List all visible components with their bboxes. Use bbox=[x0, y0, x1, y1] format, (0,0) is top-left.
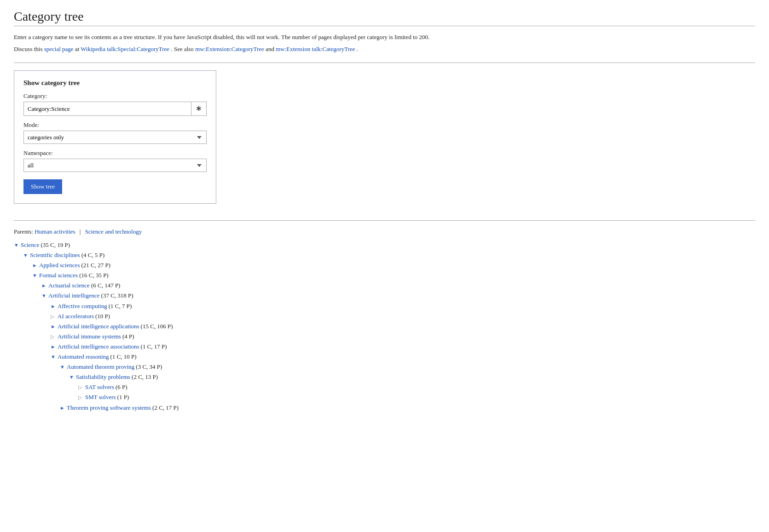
tree-count: (6 P) bbox=[116, 382, 127, 392]
tree-toggle-icon[interactable]: ▷ bbox=[51, 332, 56, 341]
tree-toggle-icon[interactable]: ► bbox=[41, 281, 47, 290]
tree-item: ► Applied sciences (21 C, 27 P) bbox=[32, 260, 755, 270]
page-title: Category tree bbox=[14, 9, 755, 26]
tree-toggle-icon[interactable]: ▷ bbox=[78, 383, 84, 392]
tree-count: (2 C, 13 P) bbox=[132, 372, 158, 382]
tree-item: ▷ Artificial immune systems (4 P) bbox=[51, 332, 755, 342]
tree-count: (1 C, 7 P) bbox=[109, 301, 132, 311]
tree-toggle-icon[interactable]: ▼ bbox=[14, 241, 19, 250]
tree-toggle-icon[interactable]: ▼ bbox=[23, 251, 29, 260]
tree-toggle-icon[interactable]: ▷ bbox=[51, 312, 56, 321]
tree-category-link[interactable]: Satisfiability problems bbox=[76, 372, 130, 382]
tree-count: (1 P) bbox=[117, 392, 129, 402]
tree-item: ► Actuarial science (6 C, 147 P) bbox=[41, 280, 755, 291]
tree-category-link[interactable]: SMT solvers bbox=[85, 392, 116, 402]
divider-bottom bbox=[14, 220, 755, 221]
tree-count: (10 P) bbox=[95, 311, 110, 321]
mw-ext-link[interactable]: mw:Extension:CategoryTree bbox=[195, 46, 264, 52]
tree-category-link[interactable]: Artificial intelligence applications bbox=[58, 321, 139, 332]
tree-category-link[interactable]: Automated reasoning bbox=[58, 352, 109, 362]
tree-item: ► Theorem proving software systems (2 C,… bbox=[60, 403, 755, 413]
special-page-link[interactable]: special page bbox=[44, 46, 74, 52]
tree-item: ► Artificial intelligence applications (… bbox=[51, 321, 755, 332]
intro-line1: Enter a category name to see its content… bbox=[14, 33, 755, 42]
tree-count: (6 C, 147 P) bbox=[91, 280, 121, 291]
tree-item: ▼ Automated theorem proving (3 C, 34 P) bbox=[60, 362, 755, 372]
form-title: Show category tree bbox=[23, 79, 207, 87]
namespace-select[interactable]: allMainTalkUser bbox=[23, 159, 207, 172]
tree-count: (37 C, 318 P) bbox=[101, 291, 133, 301]
tree-toggle-icon[interactable]: ▼ bbox=[41, 292, 47, 300]
tree-count: (21 C, 27 P) bbox=[81, 260, 110, 270]
wp-talk-link[interactable]: Wikipedia talk:Special:CategoryTree bbox=[81, 46, 169, 52]
parent-link-human-activities[interactable]: Human activities bbox=[35, 228, 75, 235]
tree-item: ▼ Artificial intelligence (37 C, 318 P) bbox=[41, 291, 755, 301]
tree-category-link[interactable]: Affective computing bbox=[58, 301, 107, 311]
tree-toggle-icon[interactable]: ► bbox=[32, 261, 38, 270]
category-label: Category: bbox=[23, 92, 207, 100]
tree-category-link[interactable]: Scientific disciplines bbox=[30, 250, 80, 260]
mode-label: Mode: bbox=[23, 121, 207, 129]
tree-item: ▷ AI accelerators (10 P) bbox=[51, 311, 755, 321]
tree-item: ▷ SAT solvers (6 P) bbox=[78, 382, 755, 392]
tree-count: (4 C, 5 P) bbox=[81, 250, 105, 260]
category-tree-form: Show category tree Category: ✱ Mode: cat… bbox=[14, 70, 216, 204]
category-input-wrapper: ✱ bbox=[23, 102, 207, 116]
tree-count: (16 C, 35 P) bbox=[79, 270, 109, 280]
tree-count: (1 C, 17 P) bbox=[141, 342, 167, 352]
tree-count: (4 P) bbox=[122, 332, 134, 342]
parent-link-science-technology[interactable]: Science and technology bbox=[85, 228, 142, 235]
tree-count: (15 C, 106 P) bbox=[141, 321, 173, 332]
tree-item: ▼ Science (35 C, 19 P) bbox=[14, 240, 755, 250]
separator: | bbox=[80, 228, 81, 235]
tree-category-link[interactable]: Theorem proving software systems bbox=[67, 403, 151, 413]
intro-line2: Discuss this special page at Wikipedia t… bbox=[14, 45, 755, 54]
parents-section: Parents: Human activities | Science and … bbox=[14, 228, 755, 235]
tree-item: ▼ Scientific disciplines (4 C, 5 P) bbox=[23, 250, 755, 260]
tree-category-link[interactable]: Actuarial science bbox=[48, 280, 90, 291]
tree-toggle-icon[interactable]: ► bbox=[60, 404, 65, 412]
tree-category-link[interactable]: Applied sciences bbox=[39, 260, 80, 270]
tree-toggle-icon[interactable]: ► bbox=[51, 322, 56, 331]
tree-toggle-icon[interactable]: ► bbox=[51, 343, 56, 351]
divider-top bbox=[14, 63, 755, 63]
tree-count: (3 C, 34 P) bbox=[136, 362, 162, 372]
tree-count: (2 C, 17 P) bbox=[152, 403, 179, 413]
mw-ext-talk-link[interactable]: mw:Extension talk:CategoryTree bbox=[276, 46, 355, 52]
tree-category-link[interactable]: Artificial immune systems bbox=[58, 332, 121, 342]
tree-toggle-icon[interactable]: ▷ bbox=[78, 393, 84, 402]
tree-count: (1 C, 10 P) bbox=[110, 352, 137, 362]
tree-category-link[interactable]: Formal sciences bbox=[39, 270, 78, 280]
tree-category-link[interactable]: SAT solvers bbox=[85, 382, 114, 392]
tree-category-link[interactable]: Artificial intelligence bbox=[48, 291, 100, 301]
tree-toggle-icon[interactable]: ▼ bbox=[60, 363, 65, 372]
namespace-label: Namespace: bbox=[23, 149, 207, 157]
category-tree: ▼ Science (35 C, 19 P)▼ Scientific disci… bbox=[14, 240, 755, 413]
category-input[interactable] bbox=[24, 103, 191, 115]
tree-item: ► Affective computing (1 C, 7 P) bbox=[51, 301, 755, 311]
tree-item: ▼ Automated reasoning (1 C, 10 P) bbox=[51, 352, 755, 362]
tree-toggle-icon[interactable]: ▼ bbox=[32, 271, 38, 280]
asterisk-icon: ✱ bbox=[191, 102, 206, 115]
tree-item: ▼ Formal sciences (16 C, 35 P) bbox=[32, 270, 755, 280]
tree-item: ▼ Satisfiability problems (2 C, 13 P) bbox=[69, 372, 755, 382]
mode-select[interactable]: categories onlyall pagespages only bbox=[23, 131, 207, 144]
tree-category-link[interactable]: AI accelerators bbox=[58, 311, 94, 321]
tree-count: (35 C, 19 P) bbox=[40, 240, 70, 250]
tree-item: ► Artificial intelligence associations (… bbox=[51, 342, 755, 352]
tree-toggle-icon[interactable]: ▼ bbox=[51, 353, 56, 361]
tree-toggle-icon[interactable]: ► bbox=[51, 302, 56, 311]
tree-item: ▷ SMT solvers (1 P) bbox=[78, 392, 755, 402]
tree-category-link[interactable]: Automated theorem proving bbox=[67, 362, 134, 372]
tree-category-link[interactable]: Artificial intelligence associations bbox=[58, 342, 139, 352]
tree-category-link[interactable]: Science bbox=[21, 240, 39, 250]
show-tree-button[interactable]: Show tree bbox=[23, 179, 62, 194]
parents-label: Parents: bbox=[14, 228, 33, 235]
tree-toggle-icon[interactable]: ▼ bbox=[69, 373, 75, 382]
